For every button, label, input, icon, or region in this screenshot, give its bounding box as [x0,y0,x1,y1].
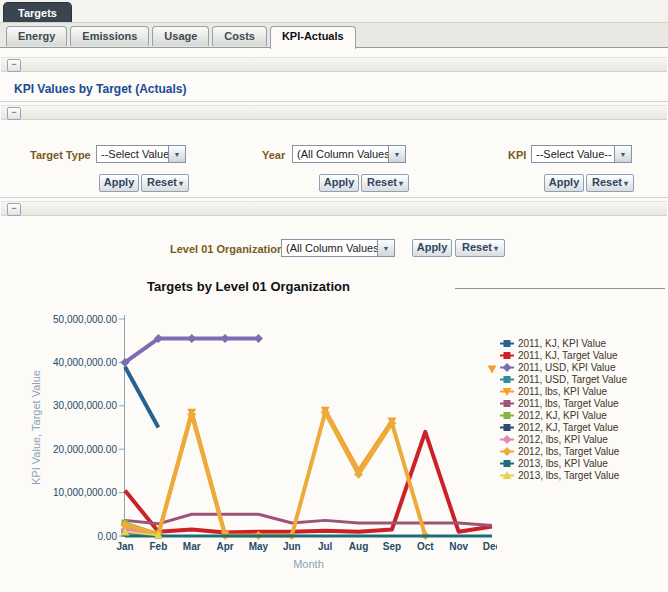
legend-item: 2011, USD, Target Value [500,374,627,385]
svg-text:KPI Value, Target Value: KPI Value, Target Value [30,370,42,485]
tab-costs[interactable]: Costs [212,26,267,46]
report-title: KPI Values by Target (Actuals) [14,82,187,96]
legend-item: 2011, lbs, KPI Value [500,386,627,397]
legend-marker-icon [500,398,514,409]
legend-label: 2011, USD, Target Value [518,374,627,385]
legend-label: 2012, lbs, Target Value [518,446,619,457]
legend-item: 2011, USD, KPI Value [500,362,627,373]
target-type-dropdown[interactable]: --Select Value-- ▼ [96,145,186,163]
chevron-down-icon: ▾ [624,179,628,188]
apply-button[interactable]: Apply [99,174,139,192]
reset-label: Reset [367,176,397,188]
legend-label: 2011, lbs, Target Value [518,398,619,409]
svg-text:Apr: Apr [216,541,233,552]
tab-usage[interactable]: Usage [152,26,209,46]
legend-item: 2012, KJ, Target Value [500,422,627,433]
legend-marker-icon [500,410,514,421]
svg-text:10,000,000.00: 10,000,000.00 [53,487,117,498]
svg-text:Oct: Oct [417,541,434,552]
svg-text:20,000,000.00: 20,000,000.00 [53,444,117,455]
apply-button[interactable]: Apply [319,174,359,192]
legend-label: 2011, KJ, KPI Value [518,338,606,349]
legend-label: 2013, lbs, KPI Value [518,458,608,469]
svg-text:Jan: Jan [116,541,133,552]
year-label: Year [262,149,285,161]
line-chart: 0.0010,000,000.0020,000,000.0030,000,000… [0,301,497,579]
divider [0,197,668,198]
level01-organization-label: Level 01 Organization [170,243,284,255]
dropdown-value: (All Column Values) [281,239,378,257]
legend-label: 2012, KJ, Target Value [518,422,618,433]
dropdown-arrow-icon[interactable]: ▼ [169,145,186,163]
svg-text:Month: Month [293,558,324,570]
tab-emissions[interactable]: Emissions [70,26,149,46]
legend-marker-icon [500,470,514,481]
legend-label: 2013, lbs, Target Value [518,470,619,481]
dropdown-arrow-icon[interactable]: ▼ [389,145,406,163]
legend-marker-icon [500,374,514,385]
year-dropdown[interactable]: (All Column Values) ▼ [292,145,406,163]
legend-item: 2011, KJ, KPI Value [500,338,627,349]
svg-text:0.00: 0.00 [98,531,118,542]
divider [0,101,668,102]
reset-button[interactable]: Reset▾ [141,174,189,192]
tab-targets[interactable]: Targets [3,2,72,23]
svg-text:May: May [249,541,269,552]
svg-text:Nov: Nov [449,541,468,552]
legend-item: 2011, lbs, Target Value [500,398,627,409]
svg-text:Sep: Sep [383,541,401,552]
svg-text:Mar: Mar [183,541,201,552]
legend-marker-icon [500,350,514,361]
collapse-icon[interactable]: − [7,59,21,72]
svg-text:50,000,000.00: 50,000,000.00 [53,314,117,325]
collapse-icon[interactable]: − [7,107,21,120]
legend-item: 2011, KJ, Target Value [500,350,627,361]
svg-text:40,000,000.00: 40,000,000.00 [53,357,117,368]
legend-label: 2011, KJ, Target Value [518,350,618,361]
chevron-down-icon: ▾ [399,179,403,188]
legend-marker-icon [500,338,514,349]
legend-item: 2012, KJ, KPI Value [500,410,627,421]
section-header-filters: − [1,105,667,120]
dropdown-value: --Select Value-- [531,145,615,163]
dropdown-value: (All Column Values) [292,145,389,163]
chart-legend: 2011, KJ, KPI Value2011, KJ, Target Valu… [500,337,627,482]
level01-organization-dropdown[interactable]: (All Column Values) ▼ [281,239,395,257]
chevron-down-icon: ▾ [494,244,498,253]
legend-item: 2012, lbs, Target Value [500,446,627,457]
apply-button[interactable]: Apply [412,239,452,257]
kpi-dropdown[interactable]: --Select Value-- ▼ [531,145,632,163]
legend-marker-icon [500,434,514,445]
dropdown-arrow-icon[interactable]: ▼ [615,145,632,163]
collapse-icon[interactable]: − [7,203,21,216]
section-header-chart: − [1,201,667,216]
dropdown-value: --Select Value-- [96,145,169,163]
apply-button[interactable]: Apply [544,174,584,192]
svg-text:Dec: Dec [483,541,497,552]
legend-item: 2013, lbs, Target Value [500,470,627,481]
title-rule [455,288,665,289]
subtab-bar: Energy Emissions Usage Costs KPI-Actuals [6,26,356,49]
chart-title: Targets by Level 01 Organization [0,279,497,294]
reset-label: Reset [462,241,492,253]
legend-marker-icon [500,362,514,373]
legend-marker-icon [500,422,514,433]
dropdown-arrow-icon[interactable]: ▼ [378,239,395,257]
chevron-down-icon: ▾ [179,179,183,188]
svg-text:30,000,000.00: 30,000,000.00 [53,400,117,411]
dashboard-content: − KPI Values by Target (Actuals) − Targe… [0,47,668,592]
svg-text:Jul: Jul [318,541,333,552]
section-header-report: − [1,57,667,72]
reset-button[interactable]: Reset▾ [455,239,505,257]
legend-marker-icon [500,446,514,457]
svg-text:Aug: Aug [349,541,368,552]
tab-kpi-actuals[interactable]: KPI-Actuals [270,26,356,49]
legend-label: 2011, lbs, KPI Value [518,386,607,397]
legend-marker-icon [500,458,514,469]
application-window: Targets Energy Emissions Usage Costs KPI… [0,0,668,592]
tab-energy[interactable]: Energy [6,26,67,46]
legend-label: 2012, KJ, KPI Value [518,410,607,421]
legend-label: 2012, lbs, KPI Value [518,434,608,445]
reset-button[interactable]: Reset▾ [586,174,634,192]
reset-button[interactable]: Reset▾ [361,174,409,192]
